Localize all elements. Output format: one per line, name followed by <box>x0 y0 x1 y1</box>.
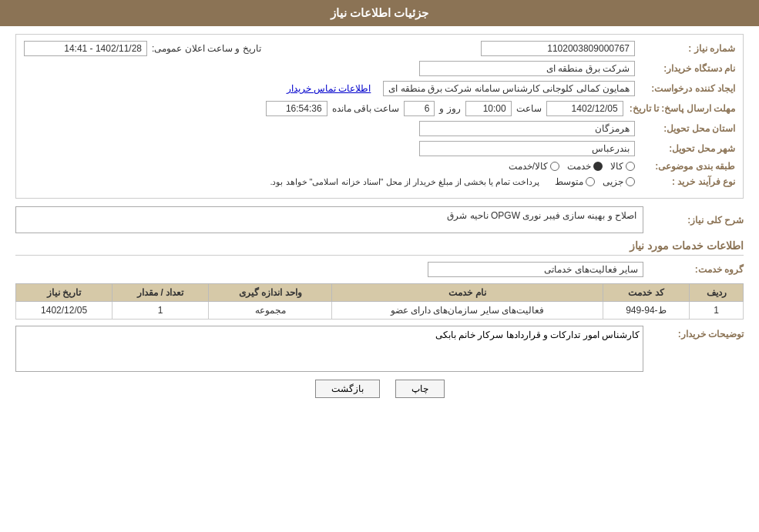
shahr-value: بندرعباس <box>419 141 635 156</box>
services-table: ردیف کد خدمت نام خدمت واحد اندازه گیری ت… <box>15 283 744 320</box>
print-button[interactable]: چاپ <box>395 380 445 398</box>
ostan-value: هرمزگان <box>419 121 635 136</box>
radio-kala-khedmat-circle <box>550 162 559 171</box>
col-radif: ردیف <box>690 284 744 302</box>
nam-dastgah-value: شرکت برق منطقه ای <box>419 61 635 76</box>
sharh-label: شرح کلی نیاز: <box>643 215 744 226</box>
saat-value: 10:00 <box>465 101 512 116</box>
noea-label: نوع فرآیند خرید : <box>635 176 735 187</box>
radio-motevaset[interactable]: متوسط <box>555 176 595 187</box>
col-code: کد خدمت <box>603 284 690 302</box>
radio-kala-label: کالا <box>610 161 623 172</box>
saat-mande-value: 16:54:36 <box>266 101 327 116</box>
buttons-row: چاپ بازگشت <box>15 380 744 406</box>
ijad-label: ایجاد کننده درخواست: <box>635 83 735 94</box>
ostan-label: استان محل تحویل: <box>635 123 735 134</box>
tarikh-elan-label: تاریخ و ساعت اعلان عمومی: <box>147 43 261 54</box>
nam-dastgah-label: نام دستگاه خریدار: <box>635 63 735 74</box>
radio-khedmat-circle <box>593 162 603 171</box>
radio-jozi[interactable]: جزیی <box>603 176 635 187</box>
col-unit: واحد اندازه گیری <box>209 284 332 302</box>
radio-jozi-circle <box>626 177 635 186</box>
col-count: تعداد / مقدار <box>113 284 209 302</box>
radio-jozi-label: جزیی <box>603 176 623 187</box>
tarikh-elan-value: 1402/11/28 - 14:41 <box>24 41 147 56</box>
mohlat-label: مهلت ارسال پاسخ: تا تاریخ: <box>623 103 735 114</box>
radio-motevaset-circle <box>586 177 595 186</box>
cell-radif: 1 <box>690 302 744 320</box>
saat-mande-label: ساعت باقی مانده <box>332 103 400 114</box>
tosif-textarea[interactable] <box>15 326 643 372</box>
noea-radio-group: جزیی متوسط پرداخت تمام یا بخشی از مبلغ خ… <box>270 176 635 187</box>
gorooh-value: سایر فعالیت‌های خدماتی <box>428 262 643 277</box>
contact-link[interactable]: اطلاعات تماس خریدار <box>287 83 371 94</box>
radio-kala-khedmat[interactable]: کالا/خدمت <box>509 161 559 172</box>
cell-count: 1 <box>113 302 209 320</box>
radio-kala-circle <box>626 162 635 171</box>
radio-kala-khedmat-label: کالا/خدمت <box>509 161 548 172</box>
shahr-label: شهر محل تحویل: <box>635 143 735 154</box>
roz-label: روز و <box>439 103 460 114</box>
roz-value: 6 <box>404 101 435 116</box>
tabaqe-radio-group: کالا خدمت کالا/خدمت <box>509 161 635 172</box>
shomara-value: 1102003809000767 <box>481 41 635 56</box>
shomara-label: شماره نیاز : <box>635 43 735 54</box>
back-button[interactable]: بازگشت <box>315 380 380 398</box>
page-title: جزئیات اطلاعات نیاز <box>0 0 759 26</box>
table-row: 1 ط-94-949 فعالیت‌های سایر سازمان‌های دا… <box>16 302 744 320</box>
col-date: تاریخ نیاز <box>16 284 113 302</box>
radio-khedmat-label: خدمت <box>567 161 591 172</box>
khadamat-title: اطلاعات خدمات مورد نیاز <box>15 239 744 256</box>
tabaqe-label: طبقه بندی موضوعی: <box>635 161 735 172</box>
radio-kala[interactable]: کالا <box>610 161 635 172</box>
tarikh-value: 1402/12/05 <box>546 101 623 116</box>
cell-date: 1402/12/05 <box>16 302 113 320</box>
tosif-label: توضیحات خریدار: <box>643 326 744 340</box>
saat-label: ساعت <box>516 103 542 114</box>
radio-motevaset-label: متوسط <box>555 176 583 187</box>
radio-khedmat[interactable]: خدمت <box>567 161 603 172</box>
gorooh-label: گروه خدمت: <box>643 264 744 275</box>
cell-name: فعالیت‌های سایر سازمان‌های دارای عضو <box>332 302 603 320</box>
ijad-value: همایون کمالی کلوجانی کارشناس سامانه شرکت… <box>383 81 635 96</box>
cell-code: ط-94-949 <box>603 302 690 320</box>
col-name: نام خدمت <box>332 284 603 302</box>
sharh-value: اصلاح و بهینه سازی فیبر نوری OPGW ناحیه … <box>15 206 643 233</box>
noea-note: پرداخت تمام یا بخشی از مبلغ خریدار از مح… <box>270 177 539 187</box>
cell-unit: مجموعه <box>209 302 332 320</box>
